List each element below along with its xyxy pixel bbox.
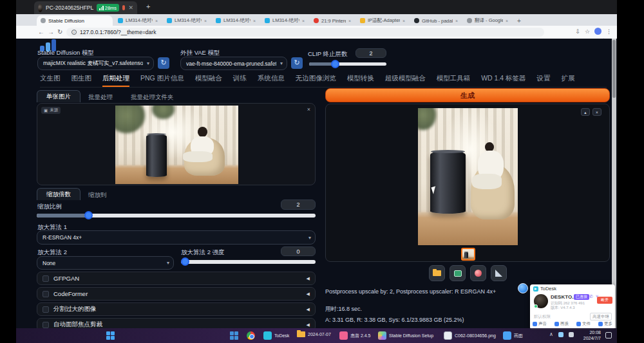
back-icon[interactable]: ← xyxy=(38,28,44,35)
browser-tab-ipadapter[interactable]: IP适配-Adapter 模型下载× xyxy=(356,15,409,26)
gfpgan-checkbox[interactable] xyxy=(43,275,49,282)
phone-icon[interactable]: ✆ xyxy=(589,294,593,299)
tab-batch-folder[interactable]: 批量处理文件夹 xyxy=(131,93,174,102)
tray-caret-icon[interactable]: ∧ xyxy=(549,331,553,337)
gallery-thumbnail[interactable] xyxy=(461,248,475,261)
upscaler2-dropdown[interactable]: None ▾ xyxy=(37,256,174,270)
refresh-sd-model-button[interactable]: ↻ xyxy=(158,57,169,69)
split-oversize-checkbox[interactable] xyxy=(43,306,49,313)
resize-slider-handle[interactable] xyxy=(84,211,93,219)
tab-wd14-tagger[interactable]: WD 1.4 标签器 xyxy=(481,74,526,83)
profile-avatar[interactable] xyxy=(594,28,601,35)
taskbar-widgets-button[interactable] xyxy=(230,331,238,340)
tab-settings[interactable]: 设置 xyxy=(537,74,551,83)
expand-image-button[interactable]: ▴ xyxy=(581,108,590,116)
browser-tab-github[interactable]: GitHub - padaka/Studio× xyxy=(410,15,462,26)
sd-model-dropdown[interactable]: majicMIX realistic 麦橘写实_v7.safetensors [… xyxy=(37,57,154,70)
clip-skip-value[interactable]: 2 xyxy=(355,48,386,58)
taskbar-sd-setup[interactable]: Stable Diffusion Setup xyxy=(378,331,433,340)
taskbar-paint[interactable]: 画图 xyxy=(503,331,523,340)
taskbar-folder[interactable]: 2024-07-07 xyxy=(297,331,331,337)
network-icon[interactable] xyxy=(558,332,564,337)
resize-slider[interactable] xyxy=(37,214,316,218)
browser-tab-google[interactable]: 翻译 - Google 搜索× xyxy=(463,15,512,26)
clip-skip-slider[interactable] xyxy=(309,62,386,66)
resize-value[interactable]: 2 xyxy=(281,199,316,210)
sound-tool[interactable]: 声音 xyxy=(533,321,547,327)
result-image[interactable] xyxy=(418,108,518,245)
address-bar[interactable]: i 127.0.0.1:7860/?__theme=dark xyxy=(66,28,544,37)
tab-single-image[interactable]: 单张图片 xyxy=(37,90,80,102)
download-icon[interactable]: ⇩ xyxy=(575,28,580,35)
upscaler2-visibility-value[interactable]: 0 xyxy=(281,246,316,256)
tab-model-converter[interactable]: 模型转换 xyxy=(347,74,374,83)
close-session-icon[interactable]: ✕ xyxy=(128,5,133,11)
accordion-auto-face-crop[interactable]: 自动面部焦点剪裁 ◀ xyxy=(37,318,316,328)
close-image-button[interactable]: × xyxy=(592,108,601,116)
clear-source-image-icon[interactable]: × xyxy=(307,106,310,113)
taskbar-clock[interactable]: 20:08 2024/7/7 xyxy=(575,329,601,341)
signal-icon xyxy=(99,6,104,10)
tab-model-toolkit[interactable]: 模型工具箱 xyxy=(437,74,471,83)
codeformer-checkbox[interactable] xyxy=(43,291,49,297)
tab-txt2img[interactable]: 文生图 xyxy=(40,74,61,83)
site-info-icon[interactable]: i xyxy=(71,30,77,35)
taskbar-app-pink[interactable]: 惠普 2.4.5 xyxy=(339,331,371,340)
remote-session-tab[interactable]: PC-20240625HFPL 28ms ✕ xyxy=(34,1,137,14)
new-tab-button[interactable]: + xyxy=(517,17,521,24)
browser-tab-bilibili-3[interactable]: LM314-绝对领域风格模型 - 哔哩哔× xyxy=(212,15,260,26)
source-image-dropzone[interactable]: ▣ 来源 × xyxy=(37,103,316,185)
browser-tab-bilibili-4[interactable]: LM314-绝对领域风格模型 - 哔哩哔× xyxy=(261,15,308,26)
auto-face-crop-checkbox[interactable] xyxy=(43,322,49,328)
vae-dropdown[interactable]: vae-ft-mse-840000-ema-pruned.safetensors… xyxy=(180,57,287,70)
browser-menu-icon[interactable]: ⋮ xyxy=(606,28,612,35)
todesk-float-button[interactable] xyxy=(518,283,528,293)
accordion-gfpgan[interactable]: GFPGAN ◀ xyxy=(37,272,316,285)
bookmark-star-icon[interactable]: ☆ xyxy=(585,28,590,35)
tab-system-info[interactable]: 系统信息 xyxy=(258,74,285,83)
tab-png-info[interactable]: PNG 图片信息 xyxy=(140,74,184,83)
tab-extensions[interactable]: 扩展 xyxy=(562,74,575,83)
browser-tab-pinterest[interactable]: 21:9 Pinterest× xyxy=(310,15,355,26)
forward-icon[interactable]: → xyxy=(48,28,54,35)
tab-img2img[interactable]: 图生图 xyxy=(71,74,92,83)
generate-button[interactable]: 生成 xyxy=(325,88,610,102)
taskbar-todesk[interactable]: ToDesk xyxy=(263,331,289,340)
disconnect-button[interactable]: 断开 xyxy=(597,297,612,304)
open-folder-button[interactable] xyxy=(429,265,445,281)
tab-train[interactable]: 训练 xyxy=(233,74,247,83)
tab-infinite-browser[interactable]: 无边图像浏览 xyxy=(296,74,336,83)
clip-skip-slider-handle[interactable] xyxy=(331,60,339,68)
browser-tab-bilibili-1[interactable]: LM314-绝对领域风格模型 - 哔哩哔× xyxy=(114,15,162,26)
send-to-extras-button[interactable] xyxy=(491,265,507,281)
tab-checkpoint-merger[interactable]: 模型融合 xyxy=(195,74,222,83)
refresh-vae-button[interactable]: ↻ xyxy=(291,57,303,69)
start-button[interactable] xyxy=(106,331,115,340)
tab-batch-process[interactable]: 批量处理 xyxy=(88,93,113,102)
bilibili-favicon xyxy=(265,18,270,23)
save-image-button[interactable] xyxy=(450,265,466,281)
reload-icon[interactable]: ↻ xyxy=(57,28,62,35)
accordion-split-oversize[interactable]: 分割过大的图像 ◀ xyxy=(37,302,316,316)
tab-postprocess[interactable]: 后期处理 xyxy=(102,74,129,87)
source-image-preview[interactable] xyxy=(115,106,238,184)
notification-center-icon[interactable] xyxy=(605,332,612,338)
quality-tool[interactable]: 画质 xyxy=(554,321,569,327)
save-zip-button[interactable] xyxy=(470,265,486,281)
upscaler2-visibility-slider[interactable] xyxy=(181,260,316,264)
taskbar-chrome[interactable] xyxy=(247,331,255,340)
tab-super-merger[interactable]: 超级模型融合 xyxy=(385,74,426,83)
taskbar-image-file[interactable]: C062-08034656.png xyxy=(444,331,496,340)
accordion-codeformer[interactable]: CodeFormer ◀ xyxy=(37,287,316,301)
relay-mode-button[interactable]: 高速中继 xyxy=(590,313,612,320)
tab-scale-to[interactable]: 缩放到 xyxy=(88,191,107,199)
upscaler1-dropdown[interactable]: R-ESRGAN 4x+ ▾ xyxy=(37,230,316,245)
tab-scale-by[interactable]: 缩放倍数 xyxy=(37,188,80,200)
file-tool[interactable]: 文件 xyxy=(576,321,591,327)
volume-icon[interactable] xyxy=(569,332,574,337)
browser-tab-stable-diffusion[interactable]: Stable Diffusion xyxy=(37,15,113,26)
more-tool[interactable]: 更多 xyxy=(598,321,612,327)
new-session-button[interactable]: + xyxy=(146,3,150,10)
browser-tab-bilibili-2[interactable]: LM314-绝对领域风格模型 - 哔哩哔× xyxy=(163,15,211,26)
upscaler2-visibility-slider-handle[interactable] xyxy=(181,257,189,266)
